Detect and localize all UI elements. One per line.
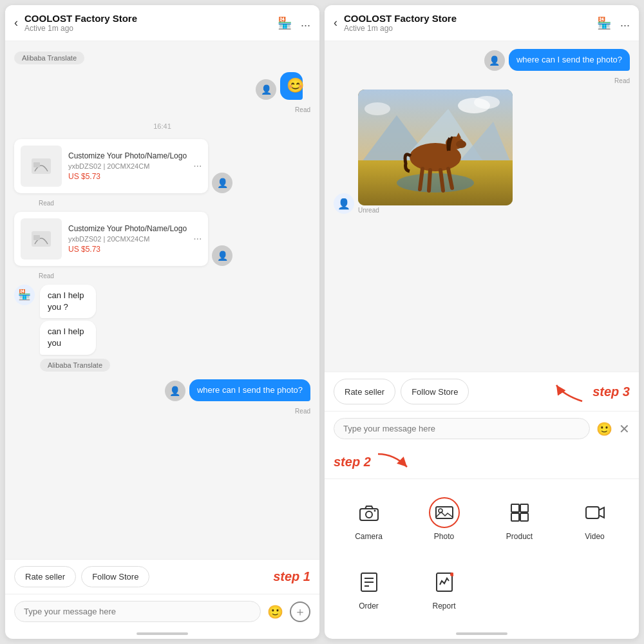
- svg-line-15: [429, 170, 430, 191]
- read-label-product2: Read: [39, 272, 310, 279]
- tool-camera[interactable]: Camera: [331, 489, 406, 549]
- product-card-2[interactable]: Customize Your Photo/Name/Logo yxbDZS02 …: [14, 212, 208, 266]
- order-icon-wrap: [354, 567, 384, 598]
- rate-seller-button-left[interactable]: Rate seller: [14, 566, 76, 587]
- right-seller-avatar: 👤: [334, 193, 354, 214]
- step1-label: step 1: [273, 569, 310, 584]
- report-icon-wrap: [429, 567, 460, 598]
- tool-order[interactable]: Order: [331, 559, 406, 618]
- translate-badge-top: Alibaba Translate: [14, 52, 84, 64]
- report-label: Report: [432, 601, 455, 611]
- left-emoji-icon[interactable]: 🙂: [267, 604, 283, 620]
- translate-badge-seller: Alibaba Translate: [40, 359, 110, 372]
- right-read-label-user: Read: [334, 77, 630, 84]
- seller-msgs: can I help you ? can I help you Alibaba …: [40, 285, 115, 374]
- step2-label: step 2: [334, 455, 371, 469]
- product-icon: [510, 503, 529, 522]
- product-name-2: Customize Your Photo/Name/Logo: [68, 224, 187, 234]
- order-label: Order: [359, 601, 379, 611]
- product-card-row-2: Customize Your Photo/Name/Logo yxbDZS02 …: [14, 212, 310, 266]
- product-card-1[interactable]: Customize Your Photo/Name/Logo yxbDZS02 …: [14, 139, 208, 193]
- svg-point-23: [374, 510, 375, 512]
- svg-point-20: [365, 102, 390, 115]
- tools-row-1: Camera Photo: [325, 478, 639, 559]
- right-close-icon[interactable]: ✕: [619, 421, 630, 437]
- product-card-row-1: Customize Your Photo/Name/Logo yxbDZS02 …: [14, 139, 310, 193]
- svg-rect-27: [520, 504, 528, 512]
- right-shop-icon[interactable]: 🏪: [597, 16, 611, 30]
- emoji-bubble: 😊: [280, 72, 303, 100]
- left-header-icons: 🏪 ...: [278, 16, 310, 30]
- left-panel: ‹ COOLOST Factory Store Active 1m ago 🏪 …: [5, 5, 319, 639]
- horse-image: [358, 90, 513, 205]
- read-label-user: Read: [14, 408, 310, 415]
- seller-msg-1: can I help you ?: [40, 285, 96, 318]
- follow-store-button-left[interactable]: Follow Store: [81, 566, 149, 587]
- step3-label: step 3: [592, 384, 630, 399]
- time-label: 16:41: [14, 122, 310, 130]
- svg-rect-24: [436, 507, 453, 518]
- svg-line-14: [420, 169, 422, 189]
- photo-icon: [435, 504, 454, 521]
- left-add-button[interactable]: ＋: [290, 601, 310, 622]
- video-label: Video: [585, 532, 604, 541]
- right-action-buttons: Rate seller Follow Store step 3: [325, 372, 639, 411]
- user-avatar-1: 👤: [256, 79, 276, 100]
- product-sku-2: yxbDZS02 | 20CMX24CM: [68, 235, 187, 243]
- photo-icon-wrap: [429, 497, 460, 528]
- right-emoji-icon[interactable]: 🙂: [596, 421, 612, 437]
- left-header-info: COOLOST Factory Store Active 1m ago: [24, 13, 271, 33]
- product-info-1: Customize Your Photo/Name/Logo yxbDZS02 …: [68, 151, 187, 182]
- left-back-button[interactable]: ‹: [14, 16, 18, 30]
- svg-point-22: [366, 511, 372, 518]
- product-img-2: [21, 218, 62, 260]
- tools-container: step 2: [325, 446, 639, 629]
- right-header-icons: 🏪 ...: [597, 16, 630, 30]
- product-more-1[interactable]: ···: [193, 160, 202, 172]
- svg-rect-3: [33, 235, 40, 240]
- right-panel: ‹ COOLOST Factory Store Active 1m ago 🏪 …: [325, 5, 639, 639]
- svg-rect-29: [520, 513, 528, 521]
- left-message-input[interactable]: [14, 601, 261, 622]
- right-more-icon[interactable]: ...: [620, 16, 630, 30]
- read-label-emoji: Read: [14, 106, 310, 113]
- left-shop-icon[interactable]: 🏪: [278, 16, 292, 30]
- left-more-icon[interactable]: ...: [301, 16, 310, 30]
- user-avatar-2: 👤: [165, 381, 185, 401]
- right-chat-area: where can I send the photo? 👤 Read 👤: [325, 41, 639, 372]
- seller-avatar-3: 🏪: [14, 285, 35, 305]
- rate-seller-button-right[interactable]: Rate seller: [334, 379, 395, 404]
- emoji-message-row: 😊 👤: [14, 72, 310, 100]
- left-input-bar: 🙂 ＋: [5, 594, 319, 629]
- tool-photo[interactable]: Photo: [406, 489, 482, 549]
- horse-image-row: 👤: [334, 90, 630, 214]
- seller-msg-group: 🏪 can I help you ? can I help you Alibab…: [14, 285, 310, 374]
- follow-store-button-right[interactable]: Follow Store: [401, 379, 469, 404]
- step2-area: step 2: [325, 451, 639, 478]
- product-icon-wrap: [504, 497, 535, 528]
- camera-icon: [359, 504, 379, 522]
- product-label: Product: [506, 532, 533, 541]
- product-info-2: Customize Your Photo/Name/Logo yxbDZS02 …: [68, 224, 187, 254]
- step3-arrow: [550, 379, 589, 404]
- right-user-msg-row: where can I send the photo? 👤: [334, 49, 630, 71]
- right-message-input[interactable]: [334, 418, 590, 439]
- video-icon: [585, 504, 605, 521]
- product-price-2: US $5.73: [68, 245, 187, 254]
- unread-label: Unread: [358, 207, 513, 214]
- left-store-name: COOLOST Factory Store: [24, 13, 271, 24]
- tool-video[interactable]: Video: [557, 489, 632, 549]
- tool-product[interactable]: Product: [482, 489, 557, 549]
- right-input-bar: 🙂 ✕: [325, 411, 639, 446]
- product-price-1: US $5.73: [68, 172, 187, 181]
- product-name-1: Customize Your Photo/Name/Logo: [68, 151, 187, 162]
- right-back-button[interactable]: ‹: [334, 16, 337, 30]
- right-bottom-bar: [456, 632, 507, 635]
- right-header-info: COOLOST Factory Store Active 1m ago: [344, 13, 591, 33]
- svg-point-19: [474, 96, 500, 109]
- seller-avatar-1: 👤: [212, 173, 232, 193]
- svg-rect-28: [511, 513, 519, 521]
- tool-report[interactable]: Report: [406, 559, 482, 618]
- svg-point-12: [456, 140, 466, 148]
- product-more-2[interactable]: ···: [193, 233, 202, 245]
